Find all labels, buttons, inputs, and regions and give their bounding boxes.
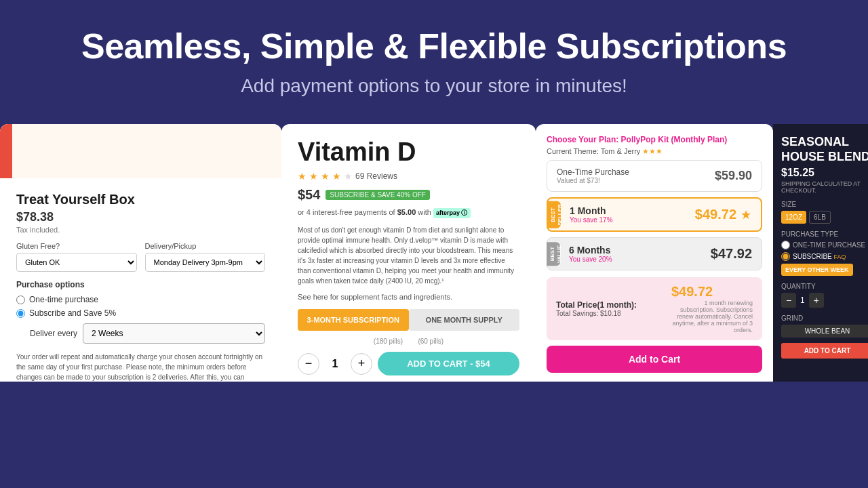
header-section: Seamless, Simple & Flexible Subscription… [0, 0, 868, 117]
supplement-link: See here for supplement facts and ingred… [298, 293, 519, 301]
increase-qty-button[interactable]: + [351, 353, 372, 375]
subscribe-type-option: SUBSCRIBE FAQ [781, 252, 868, 261]
gluten-label: Gluten Free? [16, 242, 137, 250]
seasonal-price: $15.25 [781, 167, 868, 179]
price-row: $54 SUBSCRIBE & SAVE 40% OFF [298, 187, 519, 203]
tabs-row: 3-MONTH SUBSCRIPTION ONE MONTH SUPPLY [298, 309, 519, 331]
faq-link[interactable]: FAQ [834, 253, 846, 260]
theme-name: Tom & Jerry [601, 147, 641, 155]
total-note: 1 month renewing subscription. Subscript… [671, 300, 753, 333]
form-row: Gluten Free? Gluten OK Delivery/Pickup M… [16, 242, 265, 272]
onetime-option: One-time purchase [16, 295, 265, 304]
quantity-row: − 1 + ADD TO CART - $54 [298, 352, 519, 375]
size-6lb-button[interactable]: 6LB [809, 211, 831, 224]
afterpay-text: or 4 interest-free payments of [298, 208, 395, 216]
grind-label: GRIND [781, 314, 868, 322]
tab1-count: (180 pills) [374, 338, 403, 345]
star3: ★ [321, 171, 330, 182]
star-icon: ★ [741, 207, 751, 222]
add-to-cart-button[interactable]: ADD TO CART - $54 [378, 352, 519, 375]
deliver-label: Deliver every [30, 329, 77, 338]
seasonal-title: SEASONAL HOUSE BLEND [781, 135, 868, 164]
subscribe-option: Subscribe and Save 5% [16, 308, 265, 318]
vitamin-description: Most of us don't get enough vitamin D fr… [298, 225, 519, 286]
purchase-options-title: Purchase options [16, 280, 265, 289]
theme-label: Current Theme: [547, 147, 599, 155]
grind-button[interactable]: WHOLE BEAN [781, 325, 868, 338]
subscribe-badge: SUBSCRIBE & SAVE 40% OFF [326, 190, 430, 200]
delivery-label: Delivery/Pickup [145, 242, 266, 250]
six-month-right: $47.92 [711, 246, 752, 262]
theme-stars: ★★★ [642, 147, 663, 155]
vitamin-price: $54 [298, 187, 320, 203]
page-subtitle: Add payment options to your store in min… [14, 75, 854, 97]
supplement-link-text: See here for supplement facts and ingred… [298, 293, 452, 301]
theme-row: Current Theme: Tom & Jerry ★★★ [547, 147, 762, 156]
tab-count: (180 pills) (60 pills) [298, 338, 519, 345]
card1-description: Your order will repeat and automatically… [16, 352, 265, 382]
gluten-group: Gluten Free? Gluten OK [16, 242, 137, 272]
frequency-button[interactable]: EVERY OTHER WEEK [781, 264, 853, 276]
six-month-plan-option[interactable]: BESTVALUE 6 Months You save 20% $47.92 [547, 237, 762, 270]
six-month-label: 6 Months [569, 245, 612, 256]
one-month-plan-option[interactable]: BESTSELLER 1 Month You save 17% $49.72 ★ [547, 197, 762, 232]
size-options: 12OZ 6LB [781, 211, 868, 224]
best-seller-badge: BESTSELLER [547, 201, 561, 228]
afterpay-amount: $5.00 [397, 208, 416, 216]
tab-3month[interactable]: 3-MONTH SUBSCRIPTION [298, 309, 409, 331]
subscribe-type-radio[interactable] [781, 252, 790, 261]
onetime-radio[interactable] [16, 296, 25, 304]
onetime-valued: Valued at $73! [557, 177, 629, 184]
add-to-cart-pink-button[interactable]: Add to Cart [547, 346, 762, 373]
delivery-select[interactable]: Monday Delivery 3pm-9pm [145, 253, 266, 272]
size-12oz-button[interactable]: 12OZ [781, 211, 806, 224]
subscribe-radio[interactable] [16, 309, 25, 318]
add-to-cart-dark-button[interactable]: ADD TO CART [781, 343, 868, 359]
six-month-savings: You save 20% [569, 256, 612, 263]
star5: ★ [344, 171, 353, 182]
card1-content: Treat Yourself Box $78.38 Tax included. … [0, 178, 281, 382]
six-month-price: $47.92 [711, 246, 752, 261]
subscribe-type-label: SUBSCRIBE FAQ [793, 253, 846, 260]
card-polly: Choose Your Plan: PollyPop Kit (Monthly … [536, 124, 773, 382]
cards-container: Treat Yourself Box $78.38 Tax included. … [0, 124, 868, 382]
tab2-count: (60 pills) [418, 338, 443, 345]
qty-value: 1 [800, 296, 805, 305]
frequency-select[interactable]: 2 Weeks [83, 323, 265, 344]
star4: ★ [332, 171, 341, 182]
card-polly-wrapper: 🌸 Choose Your Plan: PollyPop Kit (Monthl… [536, 124, 773, 382]
total-price: $49.72 [671, 284, 753, 300]
total-right: $49.72 1 month renewing subscription. Su… [671, 284, 753, 333]
one-month-label: 1 Month [570, 205, 613, 216]
onetime-plan-option[interactable]: One-Time Purchase Valued at $73! $59.90 [547, 160, 762, 192]
deliver-row: Deliver every 2 Weeks [30, 323, 265, 344]
product-name: Treat Yourself Box [16, 192, 265, 207]
review-count: 69 Reviews [355, 171, 397, 181]
gluten-select[interactable]: Gluten OK [16, 253, 137, 272]
card2-content: Vitamin D ★ ★ ★ ★ ★ 69 Reviews $54 SUBSC… [281, 124, 536, 382]
plan-heading: Choose Your Plan: [547, 135, 618, 144]
one-month-right: $49.72 ★ [695, 207, 751, 222]
quantity-display: 1 [325, 358, 345, 370]
size-label: SIZE [781, 201, 868, 208]
page-title: Seamless, Simple & Flexible Subscription… [14, 27, 854, 66]
six-month-left: 6 Months You save 20% [557, 245, 612, 263]
seasonal-shipping: SHIPPING CALCULATED AT CHECKOUT. [781, 180, 868, 194]
total-left: Total Price(1 month): Total Savings: $10… [556, 300, 637, 317]
onetime-label: One-time purchase [29, 295, 98, 304]
plan-title-row: Choose Your Plan: PollyPop Kit (Monthly … [547, 135, 762, 144]
decrease-qty-dark-button[interactable]: − [781, 293, 796, 308]
tab-1month[interactable]: ONE MONTH SUPPLY [409, 309, 520, 331]
purchase-type-label: PURCHASE TYPE [781, 230, 868, 238]
card-seasonal-blend: SEASONAL HOUSE BLEND $15.25 SHIPPING CAL… [773, 124, 868, 382]
qty-stepper: − 1 + [781, 293, 868, 308]
onetime-type-radio[interactable] [781, 241, 790, 249]
quantity-label: QUANTITY [781, 283, 868, 290]
card-vitamin-d: Vitamin D ★ ★ ★ ★ ★ 69 Reviews $54 SUBSC… [281, 124, 536, 382]
best-value-badge: BESTVALUE [547, 242, 560, 266]
subscribe-text: SUBSCRIBE [793, 253, 832, 260]
vitamin-title: Vitamin D [298, 138, 519, 167]
decrease-qty-button[interactable]: − [298, 353, 319, 375]
increase-qty-dark-button[interactable]: + [809, 293, 824, 308]
total-label: Total Price(1 month): [556, 300, 637, 310]
